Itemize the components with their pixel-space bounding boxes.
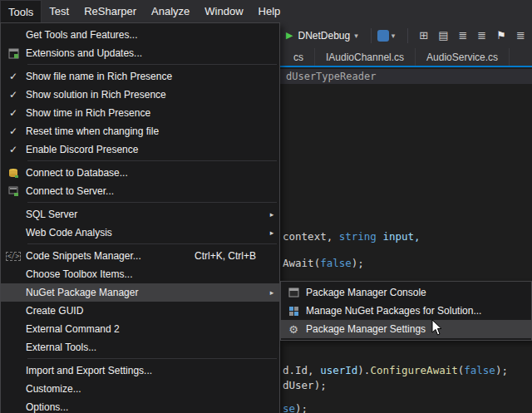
check-icon: ✓ bbox=[1, 107, 26, 119]
tools-menu: Get Tools and Features... Extensions and… bbox=[0, 22, 280, 413]
submenu-arrow-icon: ▸ bbox=[264, 229, 279, 237]
menu-item-nuget-package-manager[interactable]: NuGet Package Manager ▸ bbox=[1, 283, 279, 302]
menu-separator bbox=[27, 160, 277, 161]
code-line: se); bbox=[283, 402, 308, 413]
debug-target-dropdown-icon[interactable]: ▾ bbox=[354, 32, 358, 40]
menu-item-show-time-rich-presence[interactable]: ✓ Show time in Rich Presence bbox=[1, 104, 279, 122]
menu-item-choose-toolbox-items[interactable]: Choose Toolbox Items... bbox=[1, 265, 279, 283]
attach-icon[interactable] bbox=[377, 30, 389, 42]
nav-text: dUserTypeReader bbox=[286, 71, 376, 82]
check-icon: ✓ bbox=[1, 144, 26, 155]
code-snippets-icon: </> bbox=[1, 252, 26, 261]
check-icon: ✓ bbox=[1, 89, 26, 101]
toolbar-separator bbox=[371, 28, 372, 43]
menu-item-import-export-settings[interactable]: Import and Export Settings... bbox=[1, 361, 279, 380]
menu-item-web-code-analysis[interactable]: Web Code Analysis ▸ bbox=[1, 224, 279, 242]
code-line: Await(false); bbox=[283, 257, 364, 270]
menu-item-options[interactable]: Options... bbox=[1, 398, 279, 413]
menu-item-create-guid[interactable]: Create GUID bbox=[1, 302, 279, 320]
menu-help[interactable]: Help bbox=[251, 0, 288, 22]
menu-resharper[interactable]: ReSharper bbox=[76, 0, 144, 22]
code-line: context, string input, bbox=[283, 230, 421, 243]
extensions-icon bbox=[1, 48, 26, 59]
menubar: Tools Test ReSharper Analyze Window Help bbox=[0, 0, 532, 22]
server-connect-icon bbox=[1, 186, 26, 197]
menu-item-external-tools[interactable]: External Tools... bbox=[1, 338, 279, 356]
console-icon bbox=[281, 288, 306, 297]
menu-item-enable-discord-presence[interactable]: ✓ Enable Discord Presence bbox=[1, 140, 279, 159]
line-list-icon[interactable]: ≣ bbox=[458, 29, 467, 42]
menu-item-reset-time-changing-file[interactable]: ✓ Reset time when changing file bbox=[1, 122, 279, 140]
mouse-cursor bbox=[431, 320, 443, 340]
menu-separator bbox=[27, 243, 277, 244]
gear-icon: ⚙ bbox=[281, 323, 306, 336]
menu-tools[interactable]: Tools bbox=[0, 0, 42, 22]
menu-separator bbox=[27, 64, 277, 65]
new-window-icon[interactable]: ⊞ bbox=[419, 29, 428, 42]
tab-audioservice[interactable]: AudioService.cs bbox=[416, 48, 510, 66]
debug-target-label[interactable]: DNetDebug bbox=[298, 30, 350, 42]
menu-item-show-solution-rich-presence[interactable]: ✓ Show solution in Rich Presence bbox=[1, 86, 279, 104]
database-connect-icon bbox=[1, 168, 26, 179]
check-icon: ✓ bbox=[1, 71, 26, 82]
menu-item-get-tools-and-features[interactable]: Get Tools and Features... bbox=[1, 26, 279, 44]
menu-item-manage-nuget-packages-solution[interactable]: Manage NuGet Packages for Solution... bbox=[281, 302, 531, 320]
submenu-arrow-icon: ▸ bbox=[264, 210, 279, 219]
menu-item-show-file-name-rich-presence[interactable]: ✓ Show file name in Rich Presence bbox=[1, 67, 279, 86]
menu-item-package-manager-settings[interactable]: ⚙ Package Manager Settings bbox=[281, 320, 531, 338]
vs-window: context, string input, Await(false); d.I… bbox=[0, 0, 532, 413]
nuget-submenu: Package Manager Console Manage NuGet Pac… bbox=[280, 281, 532, 341]
menu-item-package-manager-console[interactable]: Package Manager Console bbox=[281, 283, 531, 302]
toolbar-separator bbox=[407, 28, 408, 43]
menu-item-customize[interactable]: Customize... bbox=[1, 380, 279, 398]
check-icon: ✓ bbox=[1, 125, 26, 137]
menu-item-sql-server[interactable]: SQL Server ▸ bbox=[1, 205, 279, 224]
bookmark-icon[interactable]: ⚑ bbox=[496, 29, 506, 42]
menu-test[interactable]: Test bbox=[42, 0, 76, 22]
menu-analyze[interactable]: Analyze bbox=[144, 0, 197, 22]
menu-separator bbox=[27, 202, 277, 203]
packages-grid-icon bbox=[281, 306, 306, 316]
indent-list-icon[interactable]: ≣ bbox=[477, 29, 486, 42]
start-debug-icon[interactable]: ▶ bbox=[286, 30, 293, 41]
shortcut-label: Ctrl+K, Ctrl+B bbox=[195, 250, 256, 262]
attach-dropdown-icon[interactable]: ▾ bbox=[392, 32, 396, 40]
submenu-arrow-icon: ▸ bbox=[264, 288, 279, 297]
menu-item-extensions-and-updates[interactable]: Extensions and Updates... bbox=[1, 44, 279, 62]
code-line: dUser); bbox=[283, 379, 327, 392]
navigate-list-icon[interactable]: ▤ bbox=[438, 29, 448, 42]
menu-separator bbox=[27, 358, 277, 359]
tab-document[interactable]: cs bbox=[283, 48, 315, 66]
tab-iaudiochannel[interactable]: IAudioChannel.cs bbox=[315, 48, 416, 66]
task-list-icon[interactable]: ≣ bbox=[516, 29, 525, 42]
code-line: d.Id, userId).ConfigureAwait(false); bbox=[283, 364, 508, 377]
menu-item-connect-to-database[interactable]: Connect to Database... bbox=[1, 164, 279, 182]
menu-item-connect-to-server[interactable]: Connect to Server... bbox=[1, 182, 279, 200]
menu-item-external-command-2[interactable]: External Command 2 bbox=[1, 320, 279, 338]
menu-item-code-snippets-manager[interactable]: </> Code Snippets Manager... Ctrl+K, Ctr… bbox=[1, 247, 279, 265]
menu-window[interactable]: Window bbox=[197, 0, 250, 22]
